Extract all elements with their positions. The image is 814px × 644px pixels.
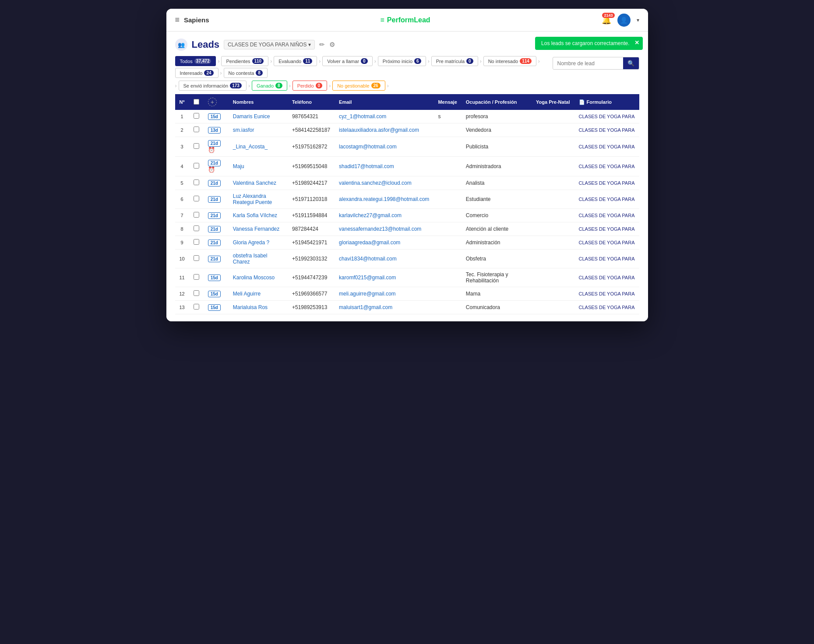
tab-evaluando[interactable]: Evaluando 11 xyxy=(274,56,317,66)
age-badge: 21d xyxy=(208,212,221,219)
row-form: CLASES DE YOGA PARA xyxy=(574,287,639,301)
row-yoga-prenatal xyxy=(532,287,574,301)
age-badge: 15d xyxy=(208,113,221,120)
row-name[interactable]: Valentina Sanchez xyxy=(229,176,288,190)
campaign-selector[interactable]: CLASES DE YOGA PARA NIÑOS ▾ xyxy=(224,40,315,49)
row-age-cell: 21d xyxy=(204,176,229,190)
row-email[interactable]: istelaauxiliadora.asfor@gmail.com xyxy=(335,123,433,137)
row-checkbox[interactable] xyxy=(194,274,199,280)
row-name[interactable]: Karolina Moscoso xyxy=(229,268,288,287)
row-email[interactable]: lacostagm@hotmail.com xyxy=(335,137,433,157)
table-row: 13 15d Marialuisa Ros +51989253913 malui… xyxy=(175,301,639,314)
row-checkbox-cell xyxy=(189,110,204,123)
row-phone: +51975162872 xyxy=(288,137,335,157)
row-email[interactable]: chavi1834@hotmail.com xyxy=(335,250,433,268)
row-name[interactable]: _Lina_Acosta_ xyxy=(229,137,288,157)
row-checkbox[interactable] xyxy=(194,127,199,132)
row-email[interactable]: karomf0215@gmail.com xyxy=(335,268,433,287)
row-email[interactable]: valentina.sanchez@icloud.com xyxy=(335,176,433,190)
row-email[interactable]: cyz_1@hotmail.com xyxy=(335,110,433,123)
row-checkbox-cell xyxy=(189,209,204,222)
row-checkbox-cell xyxy=(189,236,204,250)
row-checkbox[interactable] xyxy=(194,163,199,169)
row-number: 8 xyxy=(175,222,189,236)
row-number: 2 xyxy=(175,123,189,137)
age-badge: 21d xyxy=(208,180,221,187)
row-name[interactable]: Luz Alexandra Reategui Puente xyxy=(229,190,288,209)
row-checkbox[interactable] xyxy=(194,196,199,201)
tab-pendientes[interactable]: Pendientes 110 xyxy=(221,56,268,66)
row-phone: +51911594884 xyxy=(288,209,335,222)
row-checkbox[interactable] xyxy=(194,113,199,119)
col-nombres: Nombres xyxy=(229,94,288,110)
tab-no-interesado[interactable]: No interesado 114 xyxy=(483,56,536,66)
table-row: 11 15d Karolina Moscoso +51944747239 kar… xyxy=(175,268,639,287)
notification-badge: 2143 xyxy=(602,13,614,18)
tab-todos[interactable]: Todos 37,472 xyxy=(175,56,216,66)
row-name[interactable]: Damaris Eunice xyxy=(229,110,288,123)
row-yoga-prenatal xyxy=(532,110,574,123)
row-age-cell: 15d xyxy=(204,268,229,287)
row-name[interactable]: Vanessa Fernandez xyxy=(229,222,288,236)
tab-no-contesta[interactable]: No contesta 8 xyxy=(224,68,268,78)
row-name[interactable]: sm.iasfor xyxy=(229,123,288,137)
row-message xyxy=(433,176,461,190)
tab-volver-llamar[interactable]: Volver a llamar 0 xyxy=(322,56,372,66)
avatar[interactable]: 👤 xyxy=(617,14,631,27)
settings-icon[interactable]: ⚙ xyxy=(329,41,335,49)
row-checkbox[interactable] xyxy=(194,143,199,149)
row-name[interactable]: Maju xyxy=(229,157,288,176)
row-name[interactable]: Marialuisa Ros xyxy=(229,301,288,314)
row-checkbox[interactable] xyxy=(194,225,199,231)
row-name[interactable]: Gloria Agreda ? xyxy=(229,236,288,250)
row-email[interactable]: maluisart1@gmail.com xyxy=(335,301,433,314)
tab-perdido[interactable]: Perdido 0 xyxy=(292,81,327,91)
select-all-checkbox[interactable] xyxy=(194,99,199,105)
row-occupation: Comunicadora xyxy=(462,301,532,314)
tab-ganado[interactable]: Ganado 8 xyxy=(252,81,287,91)
age-badge: 21d xyxy=(208,256,221,262)
row-form: CLASES DE YOGA PARA xyxy=(574,137,639,157)
row-checkbox[interactable] xyxy=(194,212,199,218)
row-phone: +51971120318 xyxy=(288,190,335,209)
notification-button[interactable]: 🔔 2143 xyxy=(602,15,611,25)
toast-close-button[interactable]: ✕ xyxy=(634,39,639,46)
nav-right: 🔔 2143 👤 ▾ xyxy=(602,14,639,27)
row-age-cell: 21d xyxy=(204,209,229,222)
row-email[interactable]: meli.aguirre@gmail.com xyxy=(335,287,433,301)
row-name[interactable]: Karla Sofia Vílchez xyxy=(229,209,288,222)
row-checkbox[interactable] xyxy=(194,239,199,245)
row-number: 5 xyxy=(175,176,189,190)
tab-proximo-inicio[interactable]: Próximo inicio 6 xyxy=(378,56,426,66)
row-email[interactable]: vanessafernandez13@hotmail.com xyxy=(335,222,433,236)
row-email[interactable]: alexandra.reategui.1998@hotmail.com xyxy=(335,190,433,209)
age-badge: 15d xyxy=(208,291,221,297)
col-telefono: Teléfono xyxy=(288,94,335,110)
menu-icon[interactable]: ≡ xyxy=(175,15,180,25)
row-name[interactable]: Meli Aguirre xyxy=(229,287,288,301)
row-email[interactable]: gloriaagredaa@gmail.com xyxy=(335,236,433,250)
tab-pre-matricula[interactable]: Pre matrícula 0 xyxy=(431,56,478,66)
col-email: Email xyxy=(335,94,433,110)
tab-interesado[interactable]: Interesado 24 xyxy=(175,68,218,78)
row-yoga-prenatal xyxy=(532,301,574,314)
user-dropdown-arrow[interactable]: ▾ xyxy=(637,17,639,23)
add-column-button[interactable]: + xyxy=(208,98,217,106)
row-age-cell: 21d ⏰ xyxy=(204,157,229,176)
edit-icon[interactable]: ✏ xyxy=(319,41,325,49)
row-form: CLASES DE YOGA PARA xyxy=(574,176,639,190)
row-occupation: Tec. Fisioterapia y Rehabilitación xyxy=(462,268,532,287)
row-name[interactable]: obstefra Isabel Charez xyxy=(229,250,288,268)
row-email[interactable]: karlavilchez27@gmail.com xyxy=(335,209,433,222)
tab-se-envio-informacion[interactable]: Se envió información 173 xyxy=(179,81,247,91)
row-checkbox[interactable] xyxy=(194,304,199,310)
row-checkbox[interactable] xyxy=(194,290,199,296)
search-button[interactable]: 🔍 xyxy=(623,57,639,69)
row-checkbox[interactable] xyxy=(194,179,199,185)
col-add: + xyxy=(204,94,229,110)
tab-no-gestionable[interactable]: No gestionable 26 xyxy=(332,81,385,91)
search-input[interactable] xyxy=(553,58,623,69)
row-checkbox[interactable] xyxy=(194,255,199,261)
row-email[interactable]: shadid17@hotmail.com xyxy=(335,157,433,176)
col-mensaje: Mensaje xyxy=(433,94,461,110)
